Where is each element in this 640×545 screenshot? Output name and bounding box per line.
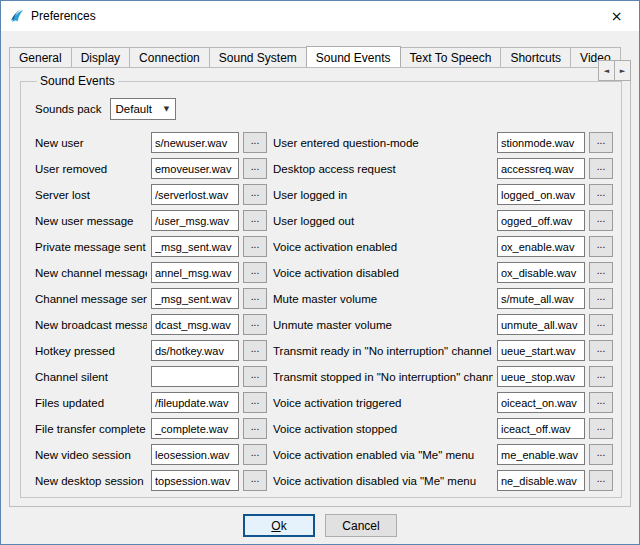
browse-button[interactable]: ... [243, 392, 267, 413]
browse-button[interactable]: ... [243, 236, 267, 257]
browse-button[interactable]: ... [589, 366, 613, 387]
sound-file-input[interactable] [151, 210, 239, 231]
tab-sound-system[interactable]: Sound System [209, 47, 307, 67]
sound-event-row: Voice activation enabled via "Me" menu .… [273, 444, 613, 465]
browse-button[interactable]: ... [589, 470, 613, 491]
sound-file-input[interactable] [497, 392, 585, 413]
tab-label: General [19, 51, 62, 65]
browse-button[interactable]: ... [589, 392, 613, 413]
sound-event-label: Voice activation enabled [273, 241, 493, 253]
tab-text-to-speech[interactable]: Text To Speech [400, 47, 502, 67]
sound-event-row: Transmit ready in "No interruption" chan… [273, 340, 613, 361]
sound-file-input[interactable] [151, 470, 239, 491]
browse-button[interactable]: ... [243, 340, 267, 361]
browse-button[interactable]: ... [589, 340, 613, 361]
sound-file-input[interactable] [497, 262, 585, 283]
browse-button[interactable]: ... [589, 132, 613, 153]
sound-file-input[interactable] [497, 132, 585, 153]
sound-file-input[interactable] [497, 418, 585, 439]
sound-file-input[interactable] [497, 158, 585, 179]
browse-button[interactable]: ... [589, 314, 613, 335]
close-icon: × [611, 8, 623, 24]
scroll-right-icon: ► [620, 67, 625, 75]
browse-button[interactable]: ... [243, 262, 267, 283]
cancel-button[interactable]: Cancel [325, 514, 397, 537]
browse-button[interactable]: ... [243, 444, 267, 465]
sound-file-input[interactable] [151, 184, 239, 205]
sound-file-input[interactable] [497, 210, 585, 231]
sound-file-input[interactable] [151, 132, 239, 153]
tab-general[interactable]: General [9, 47, 72, 67]
browse-button[interactable]: ... [589, 262, 613, 283]
tab-sound-events[interactable]: Sound Events [306, 46, 401, 67]
tab-shortcuts[interactable]: Shortcuts [500, 47, 571, 67]
sound-event-label: Mute master volume [273, 293, 493, 305]
sound-event-row: User logged in ... [273, 184, 613, 205]
sounds-pack-select[interactable]: Default ▼ [110, 98, 176, 120]
sound-file-input[interactable] [497, 366, 585, 387]
sound-file-input[interactable] [151, 288, 239, 309]
browse-button[interactable]: ... [243, 418, 267, 439]
tab-label: Sound Events [316, 51, 391, 65]
browse-button[interactable]: ... [243, 366, 267, 387]
browse-button[interactable]: ... [243, 184, 267, 205]
sound-file-input[interactable] [497, 236, 585, 257]
sound-event-label: Private message sent [35, 241, 147, 253]
sound-event-label: Hotkey pressed [35, 345, 147, 357]
sound-event-label: File transfer complete [35, 423, 147, 435]
browse-button[interactable]: ... [243, 470, 267, 491]
sound-file-input[interactable] [497, 288, 585, 309]
sound-event-row: New broadcast message ... [35, 314, 267, 335]
sound-event-label: User logged out [273, 215, 493, 227]
sound-file-input[interactable] [151, 366, 239, 387]
browse-button[interactable]: ... [589, 184, 613, 205]
browse-button[interactable]: ... [243, 158, 267, 179]
browse-button[interactable]: ... [243, 132, 267, 153]
browse-button[interactable]: ... [589, 418, 613, 439]
sound-event-row: New channel message ... [35, 262, 267, 283]
browse-button[interactable]: ... [589, 236, 613, 257]
tab-scroll-right-button[interactable]: ► [614, 60, 631, 81]
browse-button[interactable]: ... [243, 288, 267, 309]
app-icon [9, 8, 25, 24]
sound-file-input[interactable] [151, 236, 239, 257]
sound-file-input[interactable] [151, 444, 239, 465]
tab-label: Display [81, 51, 120, 65]
browse-button[interactable]: ... [243, 210, 267, 231]
sound-event-row: Mute master volume ... [273, 288, 613, 309]
tab-connection[interactable]: Connection [129, 47, 210, 67]
sound-file-input[interactable] [497, 314, 585, 335]
sound-file-input[interactable] [151, 418, 239, 439]
scroll-left-icon: ◄ [604, 67, 609, 75]
sound-event-row: Voice activation disabled via "Me" menu … [273, 470, 613, 491]
browse-button[interactable]: ... [589, 158, 613, 179]
dialog-button-row: Ok Cancel [1, 514, 639, 537]
browse-button[interactable]: ... [589, 288, 613, 309]
sound-events-tab-page: Sound Events Sounds pack Default ▼ New u… [9, 67, 631, 507]
sound-event-row: New desktop session ... [35, 470, 267, 491]
sound-file-input[interactable] [497, 444, 585, 465]
preferences-window: Preferences × General Display Connection… [0, 0, 640, 545]
sound-file-input[interactable] [151, 158, 239, 179]
tab-display[interactable]: Display [71, 47, 130, 67]
sound-event-label: Transmit ready in "No interruption" chan… [273, 345, 493, 357]
browse-button[interactable]: ... [589, 210, 613, 231]
close-button[interactable]: × [594, 1, 639, 31]
chevron-down-icon: ▼ [159, 105, 175, 113]
browse-button[interactable]: ... [589, 444, 613, 465]
sound-event-row: Files updated ... [35, 392, 267, 413]
ok-button[interactable]: Ok [243, 514, 315, 537]
sound-file-input[interactable] [497, 340, 585, 361]
sound-file-input[interactable] [497, 470, 585, 491]
sound-event-label: User logged in [273, 189, 493, 201]
sound-event-label: Channel silent [35, 371, 147, 383]
tab-scroller: ◄ ► [599, 60, 631, 81]
sound-file-input[interactable] [151, 392, 239, 413]
sound-file-input[interactable] [151, 262, 239, 283]
sound-file-input[interactable] [497, 184, 585, 205]
sound-event-row: User removed ... [35, 158, 267, 179]
tab-scroll-left-button[interactable]: ◄ [598, 60, 615, 81]
sound-file-input[interactable] [151, 340, 239, 361]
sound-file-input[interactable] [151, 314, 239, 335]
browse-button[interactable]: ... [243, 314, 267, 335]
